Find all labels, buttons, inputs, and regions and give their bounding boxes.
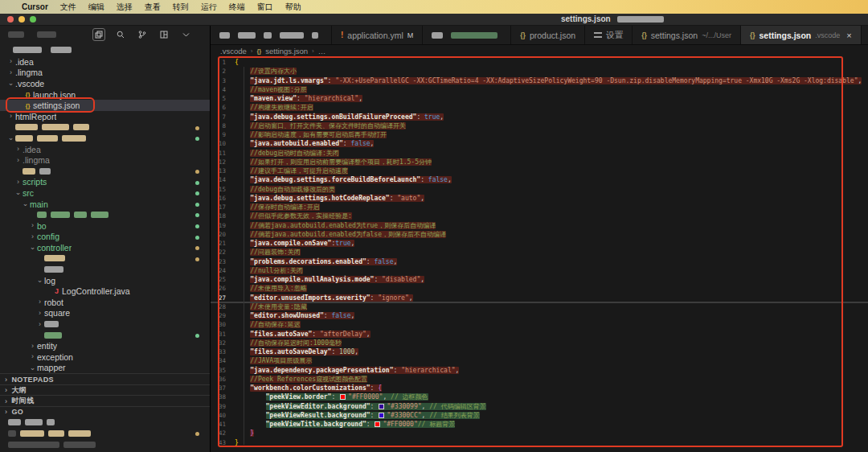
- workspace-title-row[interactable]: [0, 43, 210, 56]
- menu-item-终端[interactable]: 终端: [229, 2, 245, 13]
- code-line-22[interactable]: 22 //问题装饰:关闭: [211, 248, 868, 257]
- tree-item-htmlReport[interactable]: ›htmlReport: [0, 111, 210, 122]
- zoom-window-button[interactable]: [30, 16, 36, 23]
- code-editor[interactable]: 1{2 //设置内存大小3 "java.jdt.ls.vmargs": "-XX…: [211, 57, 868, 452]
- menu-item-转到[interactable]: 转到: [173, 2, 189, 13]
- code-line-13[interactable]: 13 //建议手工编译，可提升启动速度: [211, 166, 868, 175]
- code-line-35[interactable]: 35 "java.dependency.packagePresentation"…: [211, 366, 868, 375]
- sidebar-section-NOTEPADS[interactable]: ›NOTEPADS: [0, 373, 210, 384]
- copy-files-icon[interactable]: [92, 28, 105, 41]
- menu-item-运行[interactable]: 运行: [201, 2, 217, 13]
- tree-item-redacted[interactable]: ⌄: [0, 133, 210, 144]
- tree-item-.idea[interactable]: ›.idea: [0, 144, 210, 155]
- tab-settings.json[interactable]: {}settings.json~/.../User: [633, 26, 741, 44]
- tree-item-controller[interactable]: ⌄controller: [0, 242, 210, 253]
- tree-item-redacted[interactable]: [0, 166, 210, 177]
- tree-item-.idea[interactable]: ›.idea: [0, 56, 210, 68]
- git-branch-icon[interactable]: [136, 28, 149, 41]
- tree-item-.lingma[interactable]: ›.lingma: [0, 154, 210, 166]
- tab-redacted[interactable]: [211, 26, 332, 44]
- tab-settings.json[interactable]: {}settings.json.vscode×: [741, 26, 862, 44]
- tab-launch.json[interactable]: {}launch.json: [862, 26, 868, 44]
- tab-设置[interactable]: 设置: [585, 26, 633, 44]
- code-line-6[interactable]: 6 //构建失败继续:开启: [211, 103, 868, 112]
- tree-item-log[interactable]: ⌄log: [0, 275, 210, 286]
- code-line-34[interactable]: 34 //JAVA项目层级展示: [211, 356, 868, 365]
- code-line-43[interactable]: 43}: [211, 438, 868, 447]
- tree-item-launch.json[interactable]: {}launch.json: [0, 89, 210, 101]
- tree-item-src[interactable]: ⌄src: [0, 187, 210, 199]
- code-line-38[interactable]: 38 "peekView.border": "#FF0000", // 边框颜色: [211, 392, 868, 401]
- breadcrumb[interactable]: .vscode › {} settings.json › …: [211, 45, 868, 57]
- code-line-40[interactable]: 40 "peekViewResult.background": "#3300CC…: [211, 411, 868, 420]
- menu-app-name[interactable]: Cursor: [22, 2, 48, 11]
- tree-item-config[interactable]: ›config: [0, 232, 210, 243]
- tree-item-scripts[interactable]: ›scripts: [0, 177, 210, 188]
- tree-item-settings.json[interactable]: {}settings.json: [0, 100, 210, 111]
- code-line-1[interactable]: 1{: [211, 58, 868, 67]
- code-line-19[interactable]: 19 //倘若java.autobuild.enabled为true，则保存后自…: [211, 221, 868, 230]
- code-line-26[interactable]: 26 //未使用导入:忽略: [211, 284, 868, 293]
- tree-item-redacted[interactable]: [0, 264, 210, 275]
- tree-item-redacted[interactable]: [0, 253, 210, 265]
- code-line-10[interactable]: 10 "java.autobuild.enabled": false,: [211, 139, 868, 148]
- code-line-29[interactable]: 29 "editor.showUnused": false,: [211, 311, 868, 320]
- code-line-4[interactable]: 4 //maven视图:分层: [211, 85, 868, 94]
- code-line-15[interactable]: 15 //debug自动加载修改后的类: [211, 185, 868, 194]
- code-line-23[interactable]: 23 "problems.decorations.enabled": false…: [211, 257, 868, 266]
- tree-item-entity[interactable]: ›entity: [0, 340, 210, 351]
- tree-item-bo[interactable]: ›bo: [0, 220, 210, 232]
- code-line-5[interactable]: 5 "maven.view": "hierarchical",: [211, 94, 868, 103]
- close-icon[interactable]: ×: [846, 31, 851, 40]
- tree-item-exception[interactable]: ›exception: [0, 351, 210, 363]
- code-line-24[interactable]: 24 //null分析:关闭: [211, 266, 868, 275]
- tree-item-redacted[interactable]: ›: [0, 318, 210, 330]
- tree-item-.vscode[interactable]: ⌄.vscode: [0, 78, 210, 89]
- code-line-3[interactable]: 3 "java.jdt.ls.vmargs": "-XX:+UseParalle…: [211, 76, 868, 85]
- menu-item-文件[interactable]: 文件: [60, 2, 76, 13]
- code-line-14[interactable]: 14 "java.debug.settings.forceBuildBefore…: [211, 175, 868, 184]
- code-line-27[interactable]: 27 "editor.unusedImports.severity": "ign…: [211, 294, 868, 302]
- tree-item-redacted[interactable]: [0, 330, 210, 341]
- code-line-11[interactable]: 11 //debug启动时自动编译:关闭: [211, 149, 868, 158]
- chevron-down-icon[interactable]: [179, 28, 192, 41]
- breadcrumb-folder[interactable]: .vscode: [220, 47, 247, 55]
- code-line-2[interactable]: 2 //设置内存大小: [211, 67, 868, 76]
- code-line-20[interactable]: 20 //倘若java.autobuild.enabled为false，则保存后…: [211, 230, 868, 239]
- code-line-8[interactable]: 8 //启动窗口、打开文件夹、保存文件时的自动编译开关: [211, 121, 868, 130]
- code-line-32[interactable]: 32 //自动保存延迟时间:1000毫秒: [211, 339, 868, 347]
- code-line-39[interactable]: 39 "peekViewEditor.background": "#330099…: [211, 402, 868, 411]
- tab-redacted[interactable]: [423, 26, 511, 44]
- sidebar-section-大纲[interactable]: ›大纲: [0, 384, 210, 396]
- code-line-16[interactable]: 16 "java.debug.settings.hotCodeReplace":…: [211, 194, 868, 203]
- menu-item-查看[interactable]: 查看: [145, 2, 161, 13]
- breadcrumb-more[interactable]: …: [318, 47, 326, 55]
- code-line-17[interactable]: 17 //保存时自动编译:开启: [211, 203, 868, 212]
- code-line-36[interactable]: 36 //Peek References窥视试图颜色配置: [211, 375, 868, 384]
- menu-item-编辑[interactable]: 编辑: [88, 2, 104, 13]
- code-line-28[interactable]: 28 //未使用变量:隐藏: [211, 302, 868, 311]
- menu-item-窗口[interactable]: 窗口: [257, 2, 273, 13]
- layout-grid-icon[interactable]: [158, 28, 170, 41]
- tree-item-redacted[interactable]: [0, 209, 210, 220]
- tab-application.yml[interactable]: !application.ymlM: [332, 26, 423, 44]
- breadcrumb-file[interactable]: settings.json: [265, 47, 308, 55]
- sidebar-section-时间线[interactable]: ›时间线: [0, 395, 210, 406]
- code-line-42[interactable]: 42 }: [211, 429, 868, 438]
- tree-item-redacted[interactable]: [0, 122, 210, 134]
- tree-item-main[interactable]: ⌄main: [0, 199, 210, 210]
- tree-item-.lingma[interactable]: ›.lingma: [0, 68, 210, 79]
- code-line-9[interactable]: 9 //影响启动速度，如有需要可启动后再手动打开: [211, 130, 868, 139]
- code-line-31[interactable]: 31 "files.autoSave": "afterDelay",: [211, 330, 868, 339]
- sidebar-section-GO[interactable]: ›GO: [0, 406, 210, 417]
- code-line-12[interactable]: 12 //如果打开，则应用启动前需要编译整个项目，耗时1.5-5分钟: [211, 158, 868, 166]
- tree-item-robot[interactable]: ›robot: [0, 297, 210, 308]
- code-line-37[interactable]: 37 "workbench.colorCustomizations": {: [211, 384, 868, 392]
- close-window-button[interactable]: [7, 16, 14, 23]
- tree-item-square[interactable]: ›square: [0, 308, 210, 319]
- code-line-33[interactable]: 33 "files.autoSaveDelay": 1000,: [211, 347, 868, 356]
- menu-item-选择[interactable]: 选择: [117, 2, 133, 13]
- menu-item-帮助[interactable]: 帮助: [285, 2, 301, 13]
- code-line-25[interactable]: 25 "java.compile.nullAnalysis.mode": "di…: [211, 275, 868, 284]
- tab-product.json[interactable]: {}product.json: [511, 26, 585, 44]
